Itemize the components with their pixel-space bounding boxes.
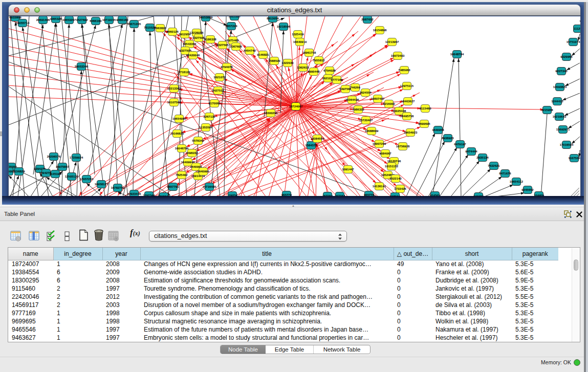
svg-text:1167530: 1167530: [568, 157, 580, 160]
svg-text:15751074: 15751074: [567, 40, 580, 43]
svg-text:16107562: 16107562: [167, 101, 181, 104]
svg-text:1975460: 1975460: [227, 39, 239, 42]
svg-text:7485063: 7485063: [398, 69, 410, 72]
svg-text:6216000: 6216000: [383, 102, 395, 105]
svg-text:16046786: 16046786: [175, 147, 189, 150]
svg-text:6033809: 6033809: [9, 16, 21, 19]
svg-text:1640954: 1640954: [432, 128, 444, 132]
svg-text:1292344: 1292344: [143, 194, 155, 196]
svg-text:1065326: 1065326: [50, 17, 62, 20]
svg-text:12505135: 12505135: [65, 175, 79, 178]
svg-text:18300295: 18300295: [264, 112, 278, 115]
svg-text:3215958: 3215958: [541, 108, 553, 112]
svg-text:10958127: 10958127: [95, 183, 108, 186]
svg-text:12213967: 12213967: [385, 40, 399, 43]
svg-text:7955812: 7955812: [313, 59, 325, 62]
svg-text:8660124: 8660124: [166, 30, 179, 33]
svg-text:10151152: 10151152: [385, 165, 399, 168]
svg-text:17957253: 17957253: [80, 178, 94, 181]
svg-text:2718129: 2718129: [178, 71, 190, 74]
svg-text:19654985: 19654985: [172, 117, 186, 120]
svg-text:6479197: 6479197: [454, 143, 466, 146]
svg-text:10671355: 10671355: [127, 23, 141, 26]
svg-text:10654112: 10654112: [510, 180, 524, 183]
svg-text:16782759: 16782759: [111, 186, 125, 189]
svg-text:16154808: 16154808: [373, 29, 387, 32]
svg-text:746266: 746266: [350, 86, 361, 89]
svg-text:18463627: 18463627: [401, 100, 415, 103]
svg-text:17016504: 17016504: [560, 143, 574, 146]
svg-text:20364436: 20364436: [345, 98, 359, 101]
svg-text:11353594: 11353594: [199, 126, 213, 129]
svg-text:9794078: 9794078: [221, 65, 233, 69]
svg-text:6794028: 6794028: [323, 69, 336, 72]
svg-text:1588520: 1588520: [268, 59, 280, 62]
svg-text:3498222: 3498222: [186, 151, 198, 155]
svg-text:8454749: 8454749: [244, 49, 256, 52]
svg-text:1605380: 1605380: [228, 16, 241, 18]
svg-text:9699695: 9699695: [418, 122, 430, 125]
svg-text:8186328: 8186328: [204, 38, 216, 41]
svg-text:9327505: 9327505: [216, 43, 229, 47]
svg-text:157164: 157164: [390, 195, 401, 196]
svg-text:16543362: 16543362: [183, 42, 197, 46]
svg-text:15692971: 15692971: [556, 128, 570, 131]
svg-text:22420046: 22420046: [186, 54, 200, 57]
svg-text:8813054: 8813054: [267, 17, 279, 20]
svg-text:16210643: 16210643: [553, 115, 567, 118]
svg-text:1325419: 1325419: [292, 33, 304, 36]
svg-text:2367608: 2367608: [230, 45, 242, 48]
svg-text:10688609: 10688609: [365, 129, 379, 133]
svg-text:9170060: 9170060: [208, 102, 221, 105]
svg-text:2087652: 2087652: [361, 18, 374, 21]
svg-text:10756928: 10756928: [396, 145, 410, 148]
svg-text:1091447: 1091447: [342, 168, 354, 171]
svg-text:1362615: 1362615: [297, 66, 309, 69]
svg-text:7857224: 7857224: [225, 25, 237, 28]
svg-text:9245652: 9245652: [521, 188, 534, 191]
svg-text:19384554: 19384554: [311, 137, 324, 140]
svg-text:924565: 924565: [430, 194, 441, 196]
svg-text:1145190: 1145190: [49, 172, 61, 176]
svg-text:19654923: 19654923: [404, 131, 418, 134]
svg-text:11120: 11120: [574, 27, 580, 30]
svg-text:965779: 965779: [281, 193, 292, 196]
svg-text:20053346: 20053346: [75, 65, 89, 68]
svg-text:9777169: 9777169: [331, 78, 343, 81]
svg-text:12923446: 12923446: [127, 192, 141, 195]
svg-text:10719155: 10719155: [102, 18, 116, 21]
svg-text:1584575: 1584575: [305, 144, 317, 147]
svg-text:1322030: 1322030: [281, 61, 294, 64]
svg-text:3624554: 3624554: [359, 91, 372, 94]
svg-text:9466160: 9466160: [116, 18, 128, 21]
svg-text:12213363: 12213363: [167, 87, 181, 90]
svg-text:19166825: 19166825: [170, 132, 184, 135]
svg-text:10975857: 10975857: [56, 165, 70, 168]
svg-text:3267130: 3267130: [203, 115, 215, 118]
svg-text:7632621: 7632621: [488, 164, 500, 167]
svg-text:2935134: 2935134: [476, 156, 489, 159]
svg-text:10807487: 10807487: [371, 97, 385, 100]
svg-text:6466160: 6466160: [90, 19, 102, 23]
svg-text:10648784: 10648784: [450, 53, 464, 56]
svg-text:2522140: 2522140: [389, 177, 402, 180]
svg-text:10973493: 10973493: [391, 54, 405, 57]
svg-text:157164: 157164: [322, 194, 333, 196]
svg-text:17359924: 17359924: [70, 156, 83, 159]
svg-text:9327505: 9327505: [192, 36, 205, 39]
svg-text:1527602: 1527602: [76, 18, 88, 21]
svg-text:10653267: 10653267: [62, 18, 76, 21]
svg-text:9657791: 9657791: [167, 185, 179, 188]
svg-text:20691406: 20691406: [36, 18, 50, 21]
svg-text:14136141: 14136141: [373, 185, 386, 188]
svg-text:15720407: 15720407: [359, 119, 373, 122]
svg-text:18724007: 18724007: [289, 105, 303, 108]
svg-text:1292344: 1292344: [158, 195, 170, 196]
svg-text:1156829: 1156829: [13, 170, 25, 173]
svg-text:8471676: 8471676: [499, 172, 511, 175]
svg-text:8990448: 8990448: [308, 70, 320, 73]
svg-text:7625402: 7625402: [176, 173, 188, 177]
svg-text:1733426: 1733426: [394, 187, 406, 190]
svg-text:157164: 157164: [335, 194, 345, 196]
svg-text:965779: 965779: [364, 193, 375, 196]
